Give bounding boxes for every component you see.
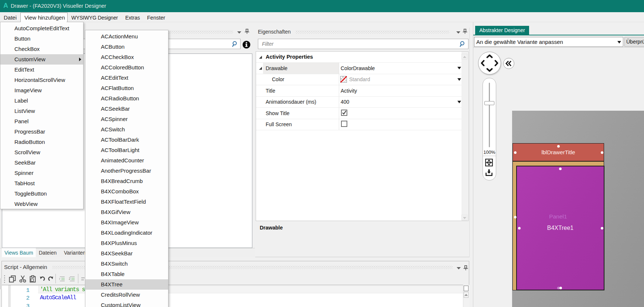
svg-text:2: 2 xyxy=(69,277,71,280)
